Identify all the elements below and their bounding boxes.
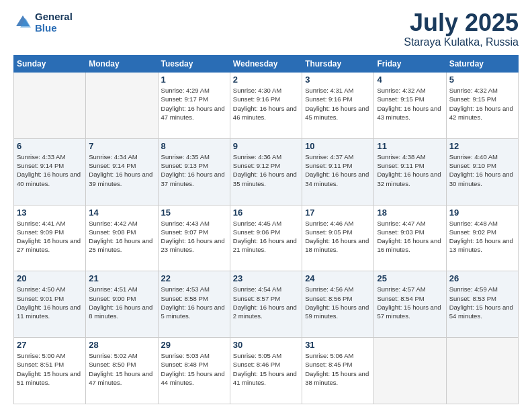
day-info: Sunrise: 4:48 AM Sunset: 9:02 PM Dayligh…	[449, 219, 515, 255]
day-info: Sunrise: 4:36 AM Sunset: 9:12 PM Dayligh…	[233, 152, 299, 188]
header-saturday: Saturday	[446, 56, 518, 73]
calendar-cell: 20Sunrise: 4:50 AM Sunset: 9:01 PM Dayli…	[14, 271, 86, 338]
header-monday: Monday	[86, 56, 158, 73]
calendar-cell: 10Sunrise: 4:37 AM Sunset: 9:11 PM Dayli…	[302, 138, 374, 205]
day-number: 6	[17, 141, 83, 151]
title-block: July 2025 Staraya Kulatka, Russia	[404, 11, 519, 48]
day-info: Sunrise: 4:59 AM Sunset: 8:53 PM Dayligh…	[449, 285, 515, 320]
logo-icon	[13, 13, 32, 32]
day-info: Sunrise: 4:57 AM Sunset: 8:54 PM Dayligh…	[377, 285, 443, 320]
day-info: Sunrise: 4:43 AM Sunset: 9:07 PM Dayligh…	[161, 219, 227, 255]
calendar-cell: 26Sunrise: 4:59 AM Sunset: 8:53 PM Dayli…	[446, 271, 518, 338]
day-number: 4	[377, 75, 443, 85]
day-number: 15	[161, 208, 227, 218]
day-info: Sunrise: 4:53 AM Sunset: 8:58 PM Dayligh…	[161, 285, 227, 320]
calendar-cell: 8Sunrise: 4:35 AM Sunset: 9:13 PM Daylig…	[158, 138, 230, 205]
day-number: 9	[233, 141, 299, 151]
day-info: Sunrise: 5:03 AM Sunset: 8:48 PM Dayligh…	[161, 351, 227, 387]
day-number: 5	[449, 75, 515, 85]
day-info: Sunrise: 4:46 AM Sunset: 9:05 PM Dayligh…	[305, 219, 371, 255]
calendar-cell	[86, 73, 158, 139]
calendar-cell: 31Sunrise: 5:06 AM Sunset: 8:45 PM Dayli…	[302, 338, 374, 404]
calendar-cell: 16Sunrise: 4:45 AM Sunset: 9:06 PM Dayli…	[230, 205, 302, 271]
calendar-cell: 27Sunrise: 5:00 AM Sunset: 8:51 PM Dayli…	[14, 338, 86, 404]
calendar-cell: 29Sunrise: 5:03 AM Sunset: 8:48 PM Dayli…	[158, 338, 230, 404]
day-number: 10	[305, 141, 371, 151]
calendar-cell: 4Sunrise: 4:32 AM Sunset: 9:15 PM Daylig…	[374, 73, 446, 139]
calendar-cell: 23Sunrise: 4:54 AM Sunset: 8:57 PM Dayli…	[230, 271, 302, 338]
day-number: 1	[161, 75, 227, 85]
day-number: 19	[449, 208, 515, 218]
calendar-cell: 6Sunrise: 4:33 AM Sunset: 9:14 PM Daylig…	[14, 138, 86, 205]
day-number: 2	[233, 75, 299, 85]
calendar-cell: 3Sunrise: 4:31 AM Sunset: 9:16 PM Daylig…	[302, 73, 374, 139]
calendar-cell: 2Sunrise: 4:30 AM Sunset: 9:16 PM Daylig…	[230, 73, 302, 139]
calendar-header-row: Sunday Monday Tuesday Wednesday Thursday…	[14, 56, 519, 73]
day-info: Sunrise: 4:50 AM Sunset: 9:01 PM Dayligh…	[17, 285, 83, 320]
logo: General Blue	[13, 11, 73, 34]
calendar-cell: 25Sunrise: 4:57 AM Sunset: 8:54 PM Dayli…	[374, 271, 446, 338]
calendar-cell: 5Sunrise: 4:32 AM Sunset: 9:15 PM Daylig…	[446, 73, 518, 139]
day-number: 25	[377, 273, 443, 283]
day-number: 17	[305, 208, 371, 218]
day-number: 27	[17, 340, 83, 350]
calendar-cell: 18Sunrise: 4:47 AM Sunset: 9:03 PM Dayli…	[374, 205, 446, 271]
calendar-cell: 24Sunrise: 4:56 AM Sunset: 8:56 PM Dayli…	[302, 271, 374, 338]
day-info: Sunrise: 4:30 AM Sunset: 9:16 PM Dayligh…	[233, 86, 299, 122]
day-number: 13	[17, 208, 83, 218]
day-info: Sunrise: 4:33 AM Sunset: 9:14 PM Dayligh…	[17, 152, 83, 188]
calendar-cell: 12Sunrise: 4:40 AM Sunset: 9:10 PM Dayli…	[446, 138, 518, 205]
day-info: Sunrise: 4:51 AM Sunset: 9:00 PM Dayligh…	[89, 285, 154, 320]
calendar-cell: 14Sunrise: 4:42 AM Sunset: 9:08 PM Dayli…	[86, 205, 158, 271]
page: General Blue July 2025 Staraya Kulatka, …	[0, 0, 532, 411]
day-number: 30	[233, 340, 299, 350]
calendar-cell: 15Sunrise: 4:43 AM Sunset: 9:07 PM Dayli…	[158, 205, 230, 271]
day-info: Sunrise: 4:56 AM Sunset: 8:56 PM Dayligh…	[305, 285, 371, 320]
day-number: 14	[89, 208, 154, 218]
calendar-table: Sunday Monday Tuesday Wednesday Thursday…	[13, 55, 519, 404]
day-number: 29	[161, 340, 227, 350]
day-info: Sunrise: 5:05 AM Sunset: 8:46 PM Dayligh…	[233, 351, 299, 387]
calendar-cell: 1Sunrise: 4:29 AM Sunset: 9:17 PM Daylig…	[158, 73, 230, 139]
day-info: Sunrise: 4:47 AM Sunset: 9:03 PM Dayligh…	[377, 219, 443, 255]
calendar-cell	[14, 73, 86, 139]
day-info: Sunrise: 4:29 AM Sunset: 9:17 PM Dayligh…	[161, 86, 227, 122]
calendar-cell: 9Sunrise: 4:36 AM Sunset: 9:12 PM Daylig…	[230, 138, 302, 205]
calendar-cell	[374, 338, 446, 404]
day-info: Sunrise: 4:32 AM Sunset: 9:15 PM Dayligh…	[377, 86, 443, 122]
day-number: 20	[17, 273, 83, 283]
calendar-cell: 7Sunrise: 4:34 AM Sunset: 9:14 PM Daylig…	[86, 138, 158, 205]
day-number: 31	[305, 340, 371, 350]
day-number: 7	[89, 141, 154, 151]
header-tuesday: Tuesday	[158, 56, 230, 73]
day-info: Sunrise: 4:32 AM Sunset: 9:15 PM Dayligh…	[449, 86, 515, 122]
day-number: 23	[233, 273, 299, 283]
day-info: Sunrise: 4:31 AM Sunset: 9:16 PM Dayligh…	[305, 86, 371, 122]
day-info: Sunrise: 4:45 AM Sunset: 9:06 PM Dayligh…	[233, 219, 299, 255]
calendar-cell: 19Sunrise: 4:48 AM Sunset: 9:02 PM Dayli…	[446, 205, 518, 271]
calendar-cell: 11Sunrise: 4:38 AM Sunset: 9:11 PM Dayli…	[374, 138, 446, 205]
header-wednesday: Wednesday	[230, 56, 302, 73]
calendar-cell: 22Sunrise: 4:53 AM Sunset: 8:58 PM Dayli…	[158, 271, 230, 338]
calendar-cell: 21Sunrise: 4:51 AM Sunset: 9:00 PM Dayli…	[86, 271, 158, 338]
day-info: Sunrise: 4:37 AM Sunset: 9:11 PM Dayligh…	[305, 152, 371, 188]
calendar-cell: 30Sunrise: 5:05 AM Sunset: 8:46 PM Dayli…	[230, 338, 302, 404]
day-info: Sunrise: 4:42 AM Sunset: 9:08 PM Dayligh…	[89, 219, 154, 255]
day-info: Sunrise: 4:54 AM Sunset: 8:57 PM Dayligh…	[233, 285, 299, 320]
day-info: Sunrise: 5:00 AM Sunset: 8:51 PM Dayligh…	[17, 351, 83, 387]
day-info: Sunrise: 4:34 AM Sunset: 9:14 PM Dayligh…	[89, 152, 154, 188]
subtitle: Staraya Kulatka, Russia	[404, 36, 519, 48]
day-number: 11	[377, 141, 443, 151]
calendar-cell: 17Sunrise: 4:46 AM Sunset: 9:05 PM Dayli…	[302, 205, 374, 271]
day-number: 18	[377, 208, 443, 218]
day-number: 24	[305, 273, 371, 283]
calendar-cell	[446, 338, 518, 404]
main-title: July 2025	[404, 11, 519, 35]
header-sunday: Sunday	[14, 56, 86, 73]
header: General Blue July 2025 Staraya Kulatka, …	[13, 11, 519, 48]
calendar-cell: 13Sunrise: 4:41 AM Sunset: 9:09 PM Dayli…	[14, 205, 86, 271]
day-number: 12	[449, 141, 515, 151]
day-number: 28	[89, 340, 154, 350]
day-number: 26	[449, 273, 515, 283]
day-number: 22	[161, 273, 227, 283]
